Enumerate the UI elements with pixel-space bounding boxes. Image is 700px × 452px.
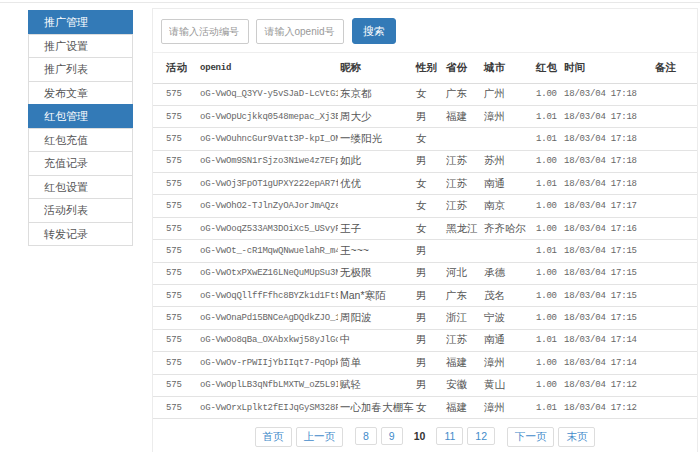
pagination-next[interactable]: 下一页	[507, 427, 555, 447]
cell-gender: 女	[414, 195, 444, 217]
cell-remark	[653, 307, 697, 329]
cell-gender: 男	[414, 307, 444, 329]
cell-remark	[653, 195, 697, 217]
sidebar-item-forward-records[interactable]: 转发记录	[28, 222, 133, 247]
cell-time: 18/03/04 17:18	[562, 83, 653, 105]
cell-activity: 575	[153, 128, 198, 150]
table-row: 575oG-VwOo8qBa_OXAbxkwj58yJlGoz中男江苏南通1.0…	[153, 329, 697, 351]
sidebar-item-redpacket-recharge[interactable]: 红包充值	[28, 128, 133, 153]
column-header-gender: 性别	[414, 53, 444, 83]
cell-activity: 575	[153, 150, 198, 172]
pagination-page-10: 10	[407, 428, 433, 444]
cell-city: 广州	[482, 83, 534, 105]
cell-nickname: 一缕阳光	[338, 128, 414, 150]
cell-openid: oG-VwOrxLplkt2fEIJqGySM328FU	[198, 396, 338, 418]
pagination-first[interactable]: 首页	[255, 427, 292, 447]
pagination-page-9[interactable]: 9	[381, 427, 403, 445]
cell-redpacket: 1.00	[534, 150, 562, 172]
pagination-last[interactable]: 末页	[558, 427, 595, 447]
table-row: 575oG-VwOv-rPWIIjYbIIqt7-PqOpkU简单男福建漳州1.…	[153, 352, 697, 374]
cell-activity: 575	[153, 329, 198, 351]
cell-gender: 男	[414, 329, 444, 351]
cell-province: 福建	[444, 105, 482, 127]
cell-remark	[653, 396, 697, 418]
cell-city: 茂名	[482, 285, 534, 307]
cell-openid: oG-VwOv-rPWIIjYbIIqt7-PqOpkU	[198, 352, 338, 374]
cell-province	[444, 240, 482, 262]
sidebar-item-promo-manage[interactable]: 推广管理	[28, 10, 133, 35]
table-row: 575oG-VwOuhncGur9Vatt3P-kpI_ONg一缕阳光女1.01…	[153, 128, 697, 150]
cell-nickname: Man*寒陌	[338, 285, 414, 307]
sidebar-item-recharge-records[interactable]: 充值记录	[28, 151, 133, 176]
cell-time: 18/03/04 17:15	[562, 262, 653, 284]
cell-redpacket: 1.00	[534, 83, 562, 105]
cell-openid: oG-VwOq_Q3YV-y5vSJaD-LcVtG1O	[198, 83, 338, 105]
cell-activity: 575	[153, 352, 198, 374]
cell-province: 江苏	[444, 173, 482, 195]
cell-nickname: 中	[338, 329, 414, 351]
column-header-nickname: 昵称	[338, 53, 414, 83]
cell-gender: 女	[414, 173, 444, 195]
table-row: 575oG-VwOrxLplkt2fEIJqGySM328FU一心加春大棚车女福…	[153, 396, 697, 418]
cell-gender: 女	[414, 83, 444, 105]
cell-time: 18/03/04 17:12	[562, 374, 653, 396]
cell-openid: oG-VwOoqZ533AM3DOiXc5_USvyFo	[198, 217, 338, 239]
cell-nickname	[338, 195, 414, 217]
cell-remark	[653, 262, 697, 284]
cell-province: 江苏	[444, 195, 482, 217]
table-header-row: 活动openid昵称性别省份城市红包时间备注	[153, 53, 697, 83]
cell-redpacket: 1.00	[534, 195, 562, 217]
cell-time: 18/03/04 17:17	[562, 195, 653, 217]
table-row: 575oG-VwOplLB3qNfbLMXTW_oZ5L9Ig赋轻男安徽黄山1.…	[153, 374, 697, 396]
cell-nickname: 周阳波	[338, 307, 414, 329]
cell-activity: 575	[153, 83, 198, 105]
cell-city	[482, 240, 534, 262]
cell-openid: oG-VwOj3FpOT1gUPXY222epAR7f4	[198, 173, 338, 195]
cell-activity: 575	[153, 173, 198, 195]
cell-openid: oG-VwOplLB3qNfbLMXTW_oZ5L9Ig	[198, 374, 338, 396]
openid-input[interactable]	[256, 19, 344, 44]
cell-gender: 男	[414, 374, 444, 396]
cell-remark	[653, 105, 697, 127]
cell-city: 南通	[482, 173, 534, 195]
cell-redpacket: 1.00	[534, 285, 562, 307]
cell-time: 18/03/04 17:18	[562, 150, 653, 172]
cell-city: 漳州	[482, 352, 534, 374]
cell-remark	[653, 150, 697, 172]
search-button[interactable]: 搜索	[352, 18, 396, 44]
sidebar-item-promo-list[interactable]: 推广列表	[28, 57, 133, 82]
sidebar-item-redpacket-manage[interactable]: 红包管理	[28, 104, 133, 129]
sidebar-item-activity-list[interactable]: 活动列表	[28, 198, 133, 223]
cell-nickname: 东京都	[338, 83, 414, 105]
sidebar-item-publish-article[interactable]: 发布文章	[28, 81, 133, 106]
cell-nickname: 简单	[338, 352, 414, 374]
cell-province: 福建	[444, 352, 482, 374]
cell-remark	[653, 329, 697, 351]
pagination-prev[interactable]: 上一页	[296, 427, 344, 447]
cell-city: 漳州	[482, 105, 534, 127]
activity-number-input[interactable]	[161, 19, 249, 44]
cell-time: 18/03/04 17:12	[562, 396, 653, 418]
cell-city: 承德	[482, 262, 534, 284]
cell-city: 宁波	[482, 307, 534, 329]
sidebar-item-promo-settings[interactable]: 推广设置	[28, 34, 133, 59]
cell-openid: oG-VwOtxPXwEZ16LNeQuMUpSu3NA	[198, 262, 338, 284]
cell-nickname: 一心加春大棚车	[338, 396, 414, 418]
cell-remark	[653, 128, 697, 150]
pagination-page-8[interactable]: 8	[355, 427, 377, 445]
cell-openid: oG-VwOt_-cR1MqwQNwuelahR_m48	[198, 240, 338, 262]
cell-remark	[653, 374, 697, 396]
cell-activity: 575	[153, 285, 198, 307]
column-header-redpacket: 红包	[534, 53, 562, 83]
column-header-time: 时间	[562, 53, 653, 83]
pagination-page-12[interactable]: 12	[467, 427, 495, 445]
sidebar-item-redpacket-settings[interactable]: 红包设置	[28, 175, 133, 200]
cell-activity: 575	[153, 105, 198, 127]
cell-remark	[653, 83, 697, 105]
table-row: 575oG-VwOoqZ533AM3DOiXc5_USvyFo王子女黑龙江齐齐哈…	[153, 217, 697, 239]
pagination-page-11[interactable]: 11	[436, 427, 463, 445]
cell-province: 黑龙江	[444, 217, 482, 239]
cell-nickname: 王~~~	[338, 240, 414, 262]
cell-gender: 女	[414, 217, 444, 239]
cell-redpacket: 1.01	[534, 105, 562, 127]
